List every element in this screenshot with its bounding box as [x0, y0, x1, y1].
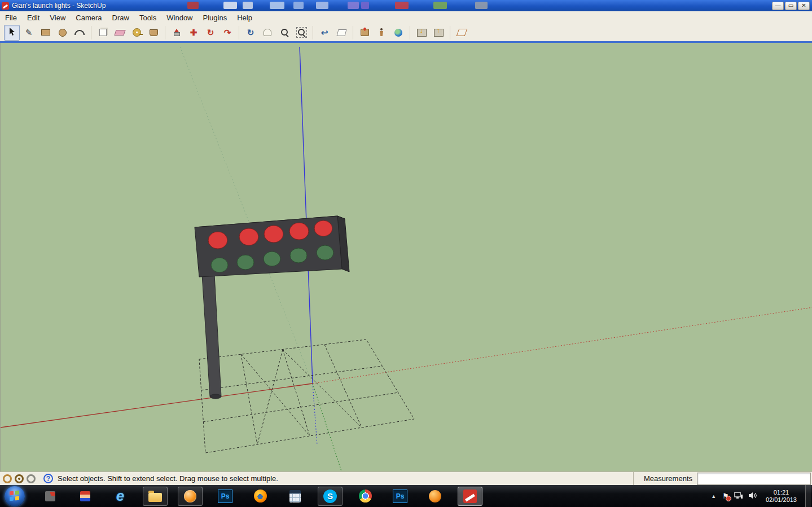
- model-scene: [1, 43, 812, 471]
- menu-window[interactable]: Window: [161, 12, 197, 23]
- tool-rectangle[interactable]: [38, 25, 54, 41]
- launch-light-green-2[interactable]: [237, 255, 254, 270]
- titlebar-glass-reflection: [361, 2, 369, 9]
- tool-move[interactable]: ✚: [186, 25, 201, 41]
- tool-zoom-extents[interactable]: [293, 25, 309, 41]
- tool-select[interactable]: [4, 25, 20, 41]
- taskbar-app-photoshop[interactable]: Ps: [213, 487, 238, 506]
- menubar: File Edit View Camera Draw Tools Window …: [0, 11, 812, 24]
- taskbar-app-explorer[interactable]: [143, 487, 168, 506]
- tool-google-earth[interactable]: [390, 25, 406, 41]
- network-icon[interactable]: [734, 491, 743, 501]
- tool-get-models[interactable]: ↓: [414, 25, 429, 41]
- tool-previous-view[interactable]: ↩: [317, 25, 332, 41]
- titlebar-glass-reflection: [270, 2, 284, 9]
- menu-view[interactable]: View: [45, 12, 71, 23]
- taskbar-app-calculator[interactable]: [283, 487, 308, 506]
- tool-share-model[interactable]: ↑: [431, 25, 446, 41]
- tool-line[interactable]: ✎: [21, 25, 37, 41]
- tape-measure-icon: [133, 28, 141, 37]
- restore-button[interactable]: ▭: [785, 2, 797, 10]
- tool-add-location[interactable]: [357, 25, 372, 41]
- taskbar-app-paint[interactable]: [38, 487, 63, 506]
- tool-make-component[interactable]: [95, 25, 111, 41]
- status-claim-icon[interactable]: [27, 474, 36, 483]
- tool-section-plane[interactable]: [454, 25, 469, 41]
- launch-light-red-1[interactable]: [208, 232, 227, 249]
- speaker-icon[interactable]: [748, 491, 757, 501]
- launch-light-red-2[interactable]: [239, 228, 258, 245]
- status-credit-icon[interactable]: [15, 474, 24, 483]
- sketchup-app-icon: [2, 2, 9, 10]
- menu-draw[interactable]: Draw: [107, 12, 134, 23]
- taskbar-app-photoshop-2[interactable]: Ps: [388, 487, 412, 506]
- launch-light-red-4[interactable]: [289, 223, 309, 240]
- tool-arc[interactable]: [72, 25, 87, 41]
- taskbar-app-game[interactable]: [73, 487, 98, 506]
- taskbar-app-chrome[interactable]: [353, 487, 378, 506]
- tool-pan[interactable]: [260, 25, 275, 41]
- tool-tape-measure[interactable]: [129, 25, 144, 41]
- toolbar-separator: [353, 26, 353, 39]
- clock-date: 02/01/2013: [766, 496, 797, 504]
- launch-light-green-3[interactable]: [264, 252, 280, 266]
- toolbar-separator: [410, 26, 410, 39]
- taskbar-app-media-player[interactable]: [178, 487, 203, 506]
- tool-orbit[interactable]: ↻: [243, 25, 258, 41]
- help-icon[interactable]: ?: [43, 474, 53, 483]
- launch-light-green-4[interactable]: [290, 248, 307, 263]
- minimize-button[interactable]: —: [772, 2, 784, 10]
- launch-light-green-5[interactable]: [317, 245, 333, 260]
- toolbar-separator: [450, 26, 450, 39]
- menu-edit[interactable]: Edit: [22, 12, 45, 23]
- close-button[interactable]: ✕: [798, 2, 810, 10]
- menu-camera[interactable]: Camera: [71, 12, 107, 23]
- folder-icon: [148, 493, 162, 502]
- titlebar-glass-reflection: [348, 2, 359, 9]
- tool-zoom[interactable]: [276, 25, 292, 41]
- taskbar-app-firefox[interactable]: [248, 487, 273, 506]
- tool-rotate[interactable]: ↻: [203, 25, 218, 41]
- tool-circle[interactable]: [55, 25, 71, 41]
- toolbar: ✎ ✚ ↻ ↷ ↻ ↩ ↓ ↑: [0, 24, 812, 43]
- taskbar-app-internet-explorer[interactable]: e: [108, 487, 133, 506]
- show-desktop-button[interactable]: [805, 485, 811, 507]
- section-plane-icon: [456, 29, 467, 36]
- taskbar-clock[interactable]: 01:21 02/01/2013: [762, 489, 800, 504]
- menu-tools[interactable]: Tools: [134, 12, 161, 23]
- paint-bucket-icon: [150, 29, 158, 36]
- tool-push-pull[interactable]: [169, 25, 185, 41]
- measurements-input[interactable]: [697, 473, 811, 485]
- titlebar-glass-reflection: [293, 2, 304, 9]
- viewport-3d[interactable]: [0, 43, 812, 471]
- status-geo-icon[interactable]: [3, 474, 12, 483]
- tool-walkthrough[interactable]: [374, 25, 389, 41]
- taskbar-app-sketchup[interactable]: [458, 487, 482, 506]
- measurements-label: Measurements: [639, 474, 697, 483]
- toolbar-separator: [313, 26, 313, 39]
- tool-standard-views[interactable]: [333, 25, 349, 41]
- action-center-flag-icon[interactable]: ⚑: [722, 492, 729, 500]
- taskbar-app-orange[interactable]: [423, 487, 447, 506]
- tool-eraser[interactable]: [112, 25, 128, 41]
- launch-light-red-3[interactable]: [264, 226, 283, 243]
- tool-paint-bucket[interactable]: [146, 25, 161, 41]
- skype-icon: S: [323, 490, 337, 503]
- launch-light-red-5[interactable]: [314, 221, 332, 236]
- menu-help[interactable]: Help: [232, 12, 257, 23]
- tool-offset[interactable]: ↷: [220, 25, 235, 41]
- menu-file[interactable]: File: [0, 12, 22, 23]
- tray-expand-button[interactable]: ▲: [710, 492, 717, 500]
- chrome-icon: [359, 490, 372, 502]
- game-app-icon: [80, 491, 90, 501]
- menu-plugins[interactable]: Plugins: [198, 12, 232, 23]
- taskbar-app-skype[interactable]: S: [318, 487, 343, 506]
- launch-light-green-1[interactable]: [211, 258, 228, 272]
- start-button[interactable]: [5, 486, 25, 506]
- component-box-icon: [99, 29, 107, 36]
- toolbar-separator: [165, 26, 165, 39]
- google-earth-icon: [394, 29, 402, 37]
- light-pole-base[interactable]: [210, 394, 221, 399]
- window-title: Gian's launch lights - SketchUp: [12, 2, 106, 10]
- titlebar-glass-reflection: [433, 2, 447, 9]
